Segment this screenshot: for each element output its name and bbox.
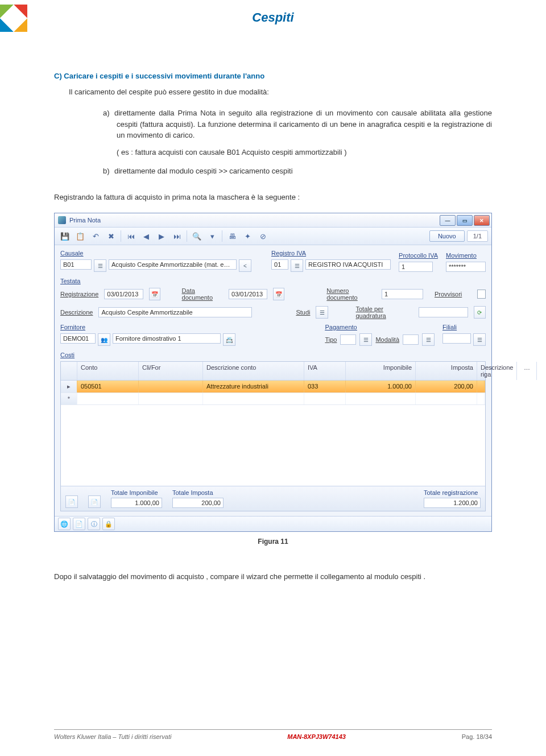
cell-more[interactable] <box>485 381 485 393</box>
label-registrazione: Registrazione <box>60 291 98 298</box>
grid-header: Conto Cli/For Descrizione conto IVA Impo… <box>61 362 485 381</box>
footer-btn-1[interactable]: 📄 <box>65 495 78 508</box>
cell-drig[interactable] <box>477 381 485 393</box>
totquad-action-button[interactable]: ⟳ <box>474 306 486 319</box>
status-globe-icon[interactable]: 🌐 <box>58 518 71 530</box>
col-imponibile[interactable]: Imponibile <box>346 362 416 380</box>
option-b-tag: b) <box>103 166 114 177</box>
footer-left: Wolters Kluwer Italia – Tutti i diritti … <box>54 733 171 740</box>
section-filiali: Filiali <box>442 324 457 331</box>
label-numdoc: Numero documento <box>326 287 376 301</box>
status-lock-icon[interactable]: 🔒 <box>102 518 115 530</box>
registration-line: Registrando la fattura di acquisto in pr… <box>54 192 492 203</box>
section-c-heading: C) Caricare i cespiti e i successivi mov… <box>54 71 492 82</box>
cal-registrazione-button[interactable]: 📅 <box>149 288 160 300</box>
section-movimento: Movimento <box>446 252 477 259</box>
grid-row-new[interactable]: * <box>61 393 485 405</box>
causale-lookup-button[interactable]: ☰ <box>94 259 106 272</box>
tipo-input[interactable] <box>340 334 356 345</box>
cell-clifor[interactable] <box>139 381 203 393</box>
totquad-input[interactable] <box>419 307 468 317</box>
toolbar-next-icon[interactable]: ▶ <box>155 229 168 243</box>
page-footer: Wolters Kluwer Italia – Tutti i diritti … <box>54 729 492 740</box>
publisher-logo <box>0 5 27 32</box>
section-causale: Causale <box>60 250 83 257</box>
toolbar-last-icon[interactable]: ⏭ <box>170 229 184 243</box>
grid-footer: 📄 📄 Totale Imponibile 1.000,00 Totale Im… <box>61 486 485 511</box>
filiali-input[interactable] <box>442 333 471 344</box>
option-a-text: direttamente dalla Prima Nota in seguito… <box>114 109 492 139</box>
grid-row-selected[interactable]: ▸ 050501 Attrezzature industriali 033 1.… <box>61 381 485 393</box>
causale-code-input[interactable]: B01 <box>60 259 92 270</box>
data-registrazione-input[interactable]: 03/01/2013 <box>104 289 143 299</box>
nuovo-button[interactable]: Nuovo <box>429 230 465 242</box>
toolbar-search-icon[interactable]: 🔍 <box>190 229 204 243</box>
modalita-lookup-button[interactable]: ☰ <box>422 333 435 346</box>
tipo-lookup-button[interactable]: ☰ <box>359 333 372 346</box>
section-pagamento: Pagamento <box>325 324 357 331</box>
toolbar-save-icon[interactable]: 💾 <box>58 229 72 243</box>
col-imposta[interactable]: Imposta <box>416 362 477 380</box>
section-protocollo: Protocollo IVA <box>399 252 438 259</box>
col-conto[interactable]: Conto <box>77 362 139 380</box>
footer-btn-2[interactable]: 📄 <box>88 495 101 508</box>
toolbar-paste-icon[interactable]: 📋 <box>73 229 87 243</box>
toolbar-first-icon[interactable]: ⏮ <box>124 229 138 243</box>
cell-conto[interactable]: 050501 <box>77 381 139 393</box>
toolbar-action-icon[interactable]: ✦ <box>241 229 254 243</box>
movimento-input[interactable]: ******* <box>446 262 486 272</box>
filiali-lookup-button[interactable]: ☰ <box>473 333 486 346</box>
col-descrizione-riga[interactable]: Descrizione riga <box>477 362 517 380</box>
registro-code-input[interactable]: 01 <box>271 259 288 270</box>
toolbar-undo-icon[interactable]: ↶ <box>89 229 102 243</box>
prima-nota-window: Prima Nota — ▭ ✕ 💾 📋 ↶ ✖ ⏮ ◀ ▶ ⏭ 🔍 ▾ 🖶 ✦… <box>54 213 492 532</box>
toolbar-print-icon[interactable]: 🖶 <box>225 229 239 243</box>
descrizione-input[interactable]: Acquisto Cespite Ammortizzabile <box>98 307 251 317</box>
provvisori-checkbox[interactable] <box>477 290 486 299</box>
section-c-intro: Il caricamento del cespite può essere ge… <box>69 86 492 98</box>
costi-grid: Conto Cli/For Descrizione conto IVA Impo… <box>60 361 486 511</box>
registro-lookup-button[interactable]: ☰ <box>291 259 303 272</box>
modalita-input[interactable] <box>403 334 419 345</box>
option-b-text: direttamente dal modulo cespiti >> caric… <box>114 167 293 175</box>
label-tipo: Tipo <box>325 336 337 343</box>
num-documento-input[interactable]: 1 <box>382 289 423 299</box>
col-iva[interactable]: IVA <box>304 362 346 380</box>
close-button[interactable]: ✕ <box>474 215 490 226</box>
statusbar: 🌐 📄 ⓘ 🔒 <box>55 516 491 531</box>
cal-documento-button[interactable]: 📅 <box>273 288 284 300</box>
page-header-title: Cespiti <box>54 0 492 25</box>
label-studi: Studi <box>296 309 310 316</box>
toolbar-close-icon[interactable]: ⊘ <box>256 229 270 243</box>
status-info-icon[interactable]: ⓘ <box>88 518 100 530</box>
maximize-button[interactable]: ▭ <box>457 215 473 226</box>
minimize-button[interactable]: — <box>440 215 456 226</box>
label-tot-imposta: Totale Imposta <box>172 489 224 496</box>
protocollo-input[interactable]: 1 <box>399 262 433 272</box>
cell-imponibile[interactable]: 1.000,00 <box>346 381 416 393</box>
figure-caption: Figura 11 <box>54 538 492 546</box>
toolbar-filter-icon[interactable]: ▾ <box>205 229 219 243</box>
status-doc-icon[interactable]: 📄 <box>73 518 85 530</box>
record-counter: 1/1 <box>467 230 488 242</box>
col-more[interactable]: … <box>517 362 537 380</box>
col-desc[interactable]: Descrizione conto <box>203 362 304 380</box>
label-tot-registrazione: Totale registrazione <box>424 489 481 496</box>
studi-button[interactable]: ☰ <box>316 306 328 319</box>
data-documento-input[interactable]: 03/01/2013 <box>229 289 267 299</box>
fornitore-code-input[interactable]: DEMO01 <box>60 333 96 344</box>
registro-desc-input[interactable]: REGISTRO IVA ACQUISTI <box>305 259 391 270</box>
fornitore-desc-input[interactable]: Fornitore dimostrativo 1 <box>113 333 221 344</box>
cell-desc[interactable]: Attrezzature industriali <box>203 381 304 393</box>
toolbar-delete-icon[interactable]: ✖ <box>104 229 118 243</box>
causale-less-button[interactable]: < <box>239 259 251 272</box>
toolbar-prev-icon[interactable]: ◀ <box>139 229 153 243</box>
fornitore-action-button[interactable]: 📇 <box>223 333 235 346</box>
cell-imposta[interactable]: 200,00 <box>416 381 477 393</box>
toolbar: 💾 📋 ↶ ✖ ⏮ ◀ ▶ ⏭ 🔍 ▾ 🖶 ✦ ⊘ Nuovo 1/1 <box>55 228 491 245</box>
col-clifor[interactable]: Cli/For <box>139 362 203 380</box>
causale-desc-input[interactable]: Acquisto Cespite Ammortizzabile (mat. e… <box>109 259 237 270</box>
tot-imposta-value: 200,00 <box>172 498 224 508</box>
fornitore-lookup-button[interactable]: 👥 <box>98 333 110 346</box>
cell-iva[interactable]: 033 <box>304 381 346 393</box>
